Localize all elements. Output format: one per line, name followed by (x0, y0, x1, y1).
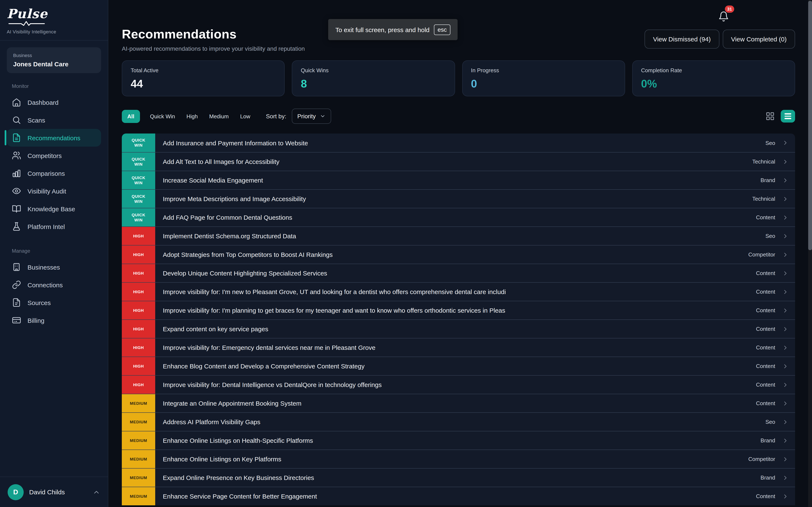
priority-badge: QUICK WIN (122, 133, 155, 152)
recommendation-row-add-faq-page-for-common-dental-questions[interactable]: QUICK WIN Add FAQ Page for Common Dental… (122, 208, 795, 226)
recommendation-row-enhance-service-page-content-for-better-[interactable]: MEDIUM Enhance Service Page Content for … (122, 487, 795, 505)
sort-select[interactable]: Priority (292, 109, 331, 124)
recommendation-row-expand-online-presence-on-key-business-d[interactable]: MEDIUM Expand Online Presence on Key Bus… (122, 468, 795, 487)
recommendation-title: Expand content on key service pages (163, 325, 749, 333)
sidebar-item-visibility-audit[interactable]: Visibility Audit (7, 182, 101, 200)
priority-badge: HIGH (122, 227, 155, 245)
nav-monitor: Dashboard Scans Recommendations Competit… (0, 93, 108, 235)
category-label: Seo (765, 139, 775, 146)
file-text-icon (12, 133, 21, 143)
avatar: D (8, 484, 24, 500)
chevron-right-icon (782, 288, 789, 295)
sidebar-item-billing[interactable]: Billing (7, 312, 101, 329)
sidebar-item-platform-intel[interactable]: Platform Intel (7, 218, 101, 235)
view-dismissed-94-button[interactable]: View Dismissed (94) (645, 30, 719, 49)
stat-card-in-progress: In Progress 0 (462, 60, 625, 96)
filter-tab-low[interactable]: Low (240, 110, 250, 123)
recommendation-row-address-ai-platform-visibility-gaps[interactable]: MEDIUM Address AI Platform Visibility Ga… (122, 412, 795, 431)
recommendation-title: Develop Unique Content Highlighting Spec… (163, 270, 749, 277)
priority-badge: HIGH (122, 338, 155, 356)
sidebar-item-connections[interactable]: Connections (7, 276, 101, 294)
page-header: Recommendations AI-powered recommendatio… (122, 27, 795, 52)
grid-view-button[interactable] (765, 112, 775, 121)
stat-card-quick-wins: Quick Wins 8 (292, 60, 455, 96)
category-label: Competitor (748, 456, 775, 462)
category-label: Content (756, 214, 775, 221)
page-header-text: Recommendations AI-powered recommendatio… (122, 27, 305, 52)
recommendation-title: Improve visibility for: I'm planning to … (163, 307, 749, 314)
chevron-right-icon (782, 344, 789, 351)
list-view-button[interactable] (781, 110, 795, 122)
category-label: Technical (752, 158, 775, 165)
recommendation-row-expand-content-on-key-service-pages[interactable]: HIGH Expand content on key service pages… (122, 320, 795, 338)
recommendation-row-enhance-online-listings-on-key-platforms[interactable]: MEDIUM Enhance Online Listings on Key Pl… (122, 450, 795, 468)
stat-value: 0% (641, 77, 786, 91)
sidebar-item-dashboard[interactable]: Dashboard (7, 93, 101, 111)
chevron-right-icon (782, 233, 789, 239)
chevron-right-icon (782, 456, 789, 462)
recommendation-row-add-insurance-and-payment-information-to[interactable]: QUICK WIN Add Insurance and Payment Info… (122, 133, 795, 152)
recommendation-title: Add Alt Text to All Images for Accessibi… (163, 158, 746, 165)
sidebar-item-knowledge-base[interactable]: Knowledge Base (7, 200, 101, 218)
app-root: Pulse AI Visibility Intelligence Busines… (0, 0, 812, 507)
view-completed-0-button[interactable]: View Completed (0) (722, 30, 795, 49)
priority-badge: HIGH (122, 264, 155, 282)
recommendation-title: Enhance Online Listings on Key Platforms (163, 455, 742, 463)
chevron-right-icon (782, 437, 789, 444)
recommendation-row-implement-dentist-schema-org-structured-[interactable]: HIGH Implement Dentist Schema.org Struct… (122, 226, 795, 245)
recommendation-title: Adopt Strategies from Top Competitors to… (163, 251, 742, 258)
filter-tab-all[interactable]: All (122, 110, 140, 123)
page-subtitle: AI-powered recommendations to improve yo… (122, 45, 305, 52)
recommendation-row-improve-visibility-for-emergency-dental-[interactable]: HIGH Improve visibility for: Emergency d… (122, 338, 795, 356)
recommendation-row-improve-meta-descriptions-and-image-acce[interactable]: QUICK WIN Improve Meta Descriptions and … (122, 189, 795, 208)
sidebar-item-competitors[interactable]: Competitors (7, 147, 101, 164)
filter-tab-quick-win[interactable]: Quick Win (150, 110, 175, 123)
scrollbar-track[interactable] (808, 0, 812, 507)
sidebar-item-sources[interactable]: Sources (7, 294, 101, 312)
category-label: Brand (761, 437, 775, 444)
recommendation-row-improve-visibility-for-i-m-new-to-pleasa[interactable]: HIGH Improve visibility for: I'm new to … (122, 282, 795, 301)
bar-chart-icon (12, 169, 21, 178)
category-label: Content (756, 363, 775, 369)
priority-badge: HIGH (122, 376, 155, 394)
chevron-right-icon (782, 195, 789, 202)
pulse-logo: Pulse (7, 8, 101, 20)
priority-badge: HIGH (122, 283, 155, 301)
user-menu[interactable]: D David Childs (0, 476, 108, 507)
sidebar-item-comparisons[interactable]: Comparisons (7, 164, 101, 182)
recommendation-row-enhance-blog-content-and-develop-a-compr[interactable]: HIGH Enhance Blog Content and Develop a … (122, 356, 795, 375)
recommendation-title: Integrate an Online Appointment Booking … (163, 400, 749, 407)
business-selector[interactable]: Business Jones Dental Care (7, 47, 101, 73)
users-icon (12, 151, 21, 160)
priority-badge: HIGH (122, 320, 155, 338)
fullscreen-exit-tooltip: To exit full screen, press and hold esc (328, 19, 458, 40)
filter-tab-medium[interactable]: Medium (209, 110, 229, 123)
scrollbar-thumb[interactable] (808, 1, 812, 250)
home-icon (12, 98, 21, 107)
recommendation-row-add-alt-text-to-all-images-for-accessibi[interactable]: QUICK WIN Add Alt Text to All Images for… (122, 152, 795, 171)
recommendation-row-enhance-online-listings-on-health-specif[interactable]: MEDIUM Enhance Online Listings on Health… (122, 431, 795, 450)
recommendation-row-develop-unique-content-highlighting-spec[interactable]: HIGH Develop Unique Content Highlighting… (122, 264, 795, 282)
sidebar-item-scans[interactable]: Scans (7, 111, 101, 129)
chevron-right-icon (782, 363, 789, 370)
notifications-button[interactable]: 31 (718, 11, 735, 28)
recommendation-title: Improve visibility for: I'm new to Pleas… (163, 288, 749, 295)
recommendation-row-improve-visibility-for-i-m-planning-to-g[interactable]: HIGH Improve visibility for: I'm plannin… (122, 301, 795, 320)
category-label: Competitor (748, 251, 775, 258)
recommendation-row-integrate-an-online-appointment-booking-[interactable]: MEDIUM Integrate an Online Appointment B… (122, 394, 795, 412)
sidebar-item-recommendations[interactable]: Recommendations (7, 129, 101, 147)
recommendation-row-increase-social-media-engagement[interactable]: QUICK WIN Increase Social Media Engageme… (122, 171, 795, 189)
category-label: Brand (761, 474, 775, 481)
recommendation-row-adopt-strategies-from-top-competitors-to[interactable]: HIGH Adopt Strategies from Top Competito… (122, 245, 795, 264)
sidebar-item-businesses[interactable]: Businesses (7, 258, 101, 276)
recommendation-title: Enhance Service Page Content for Better … (163, 493, 749, 500)
category-label: Seo (765, 233, 775, 239)
main-content: To exit full screen, press and hold esc … (108, 0, 812, 507)
chevron-right-icon (782, 158, 789, 165)
filter-tab-high[interactable]: High (187, 110, 198, 123)
recommendation-title: Improve Meta Descriptions and Image Acce… (163, 195, 746, 203)
stat-card-completion-rate: Completion Rate 0% (632, 60, 795, 96)
recommendation-row-improve-visibility-for-dental-intelligen[interactable]: HIGH Improve visibility for: Dental Inte… (122, 375, 795, 394)
stat-value: 0 (471, 77, 616, 91)
link-icon (12, 280, 21, 289)
